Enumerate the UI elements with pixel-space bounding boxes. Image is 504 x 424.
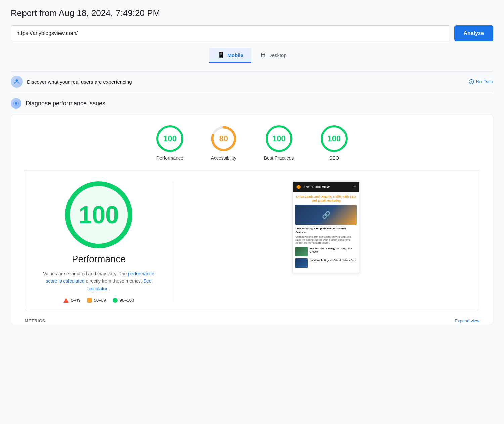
hamburger-icon: ≡: [353, 184, 356, 190]
desktop-icon: 🖥: [260, 52, 266, 59]
score-value-accessibility: 80: [219, 134, 228, 143]
url-input[interactable]: [11, 25, 450, 41]
score-label-performance: Performance: [156, 155, 183, 161]
analyze-button[interactable]: Analyze: [454, 25, 493, 41]
detail-title: Performance: [72, 254, 126, 265]
preview-headline-part1: Drive Leads and Organic Traffic with: [296, 195, 349, 198]
desc-mid-text: directly from these metrics.: [86, 278, 142, 284]
detail-left: 100 Performance Values are estimated and…: [38, 181, 159, 303]
preview-article1-title: Link Building: Complete Guide Towards Su…: [295, 227, 357, 234]
score-seo: 100 SEO: [321, 125, 348, 161]
discover-icon: [11, 76, 23, 88]
tabs-row: 📱 Mobile 🖥 Desktop: [11, 48, 493, 63]
detail-section: 100 Performance Values are estimated and…: [25, 171, 479, 311]
score-circle-accessibility: 80: [210, 125, 237, 152]
svg-point-4: [15, 102, 17, 105]
vertical-divider: [173, 181, 173, 303]
score-circle-seo: 100: [321, 125, 348, 152]
score-label-best-practices: Best Practices: [264, 155, 294, 161]
detail-inner: 100 Performance Values are estimated and…: [38, 181, 466, 303]
preview-article2-title: The Best SEO Strategy for Long-Term Grow…: [310, 247, 357, 253]
tab-mobile[interactable]: 📱 Mobile: [209, 48, 251, 63]
legend-red-range: 0–49: [71, 298, 81, 303]
desc-end: .: [109, 286, 110, 291]
diagnose-icon: [11, 98, 21, 109]
detail-right: 🔶 ANY BLOGS VIEW ≡ Drive Leads and Organ…: [187, 181, 466, 273]
detail-description: Values are estimated and may vary. The p…: [38, 270, 159, 292]
diagnose-row: Diagnose performance issues: [11, 98, 493, 109]
tab-desktop-label: Desktop: [268, 52, 287, 58]
preview-article2-row: The Best SEO Strategy for Long-Term Grow…: [295, 247, 357, 256]
legend-triangle-icon: [63, 298, 69, 303]
svg-point-0: [16, 79, 18, 82]
score-circle-performance: 100: [156, 125, 183, 152]
preview-thumb-3: [295, 258, 308, 268]
score-performance: 100 Performance: [156, 125, 183, 161]
discover-text: Discover what your real users are experi…: [27, 79, 132, 85]
tab-mobile-label: Mobile: [227, 52, 243, 58]
diagnose-text: Diagnose performance issues: [26, 100, 105, 107]
scores-card: 100 Performance 80 Accessibility 100 Be: [11, 114, 493, 325]
preview-headline: Drive Leads and Organic Traffic with SEO…: [295, 195, 357, 203]
preview-thumb-2: [295, 247, 308, 256]
scores-row: 100 Performance 80 Accessibility 100 Be: [25, 125, 479, 170]
score-value-performance: 100: [163, 134, 177, 143]
tab-desktop[interactable]: 🖥 Desktop: [251, 48, 295, 63]
legend-green-range: 90–100: [120, 298, 134, 303]
url-bar-row: Analyze: [11, 25, 493, 41]
legend-orange: 50–89: [87, 298, 106, 303]
score-best-practices: 100 Best Practices: [264, 125, 294, 161]
legend-green-dot: [113, 298, 118, 303]
score-accessibility: 80 Accessibility: [210, 125, 237, 161]
legend-red: 0–49: [63, 298, 81, 303]
score-value-seo: 100: [327, 134, 341, 143]
no-data-label: No Data: [476, 79, 493, 84]
preview-body: Drive Leads and Organic Traffic with SEO…: [293, 192, 359, 273]
page-title: Report from Aug 18, 2024, 7:49:20 PM: [11, 8, 493, 18]
preview-main-image: 🔗: [295, 205, 357, 225]
preview-headline-accent: SEO: [350, 195, 356, 198]
preview-article3-title: No Views To Organic Sales Leader – Sero: [310, 258, 356, 262]
score-circle-best-practices: 100: [266, 125, 292, 152]
info-icon: [469, 79, 474, 84]
discover-row: Discover what your real users are experi…: [11, 71, 493, 92]
legend-row: 0–49 50–89 90–100: [63, 298, 134, 303]
metrics-label: METRICS: [25, 318, 45, 323]
score-label-seo: SEO: [329, 155, 339, 161]
preview-article1-body: Getting hyperlinks from other websites f…: [295, 235, 357, 244]
metrics-footer: METRICS Expand view: [25, 314, 479, 325]
discover-left: Discover what your real users are experi…: [11, 76, 132, 88]
legend-orange-range: 50–89: [94, 298, 106, 303]
no-data-link[interactable]: No Data: [469, 79, 493, 84]
preview-header: 🔶 ANY BLOGS VIEW ≡: [293, 182, 359, 192]
score-label-accessibility: Accessibility: [211, 155, 236, 161]
logo-icon: 🔶: [296, 185, 301, 189]
desc-text: Values are estimated and may vary. The: [43, 271, 127, 276]
legend-green: 90–100: [113, 298, 134, 303]
preview-site-name: ANY BLOGS VIEW: [303, 185, 330, 189]
expand-view-link[interactable]: Expand view: [455, 318, 479, 323]
score-value-best-practices: 100: [272, 134, 286, 143]
link-icon: 🔗: [322, 211, 330, 219]
big-score-circle: 100: [65, 181, 132, 248]
preview-headline-part2: and Email Marketing: [311, 199, 341, 202]
big-score-value: 100: [79, 201, 119, 229]
legend-orange-dot: [87, 298, 92, 303]
preview-article3-row: No Views To Organic Sales Leader – Sero: [295, 258, 357, 268]
mobile-icon: 📱: [217, 51, 225, 59]
site-preview: 🔶 ANY BLOGS VIEW ≡ Drive Leads and Organ…: [292, 181, 360, 273]
